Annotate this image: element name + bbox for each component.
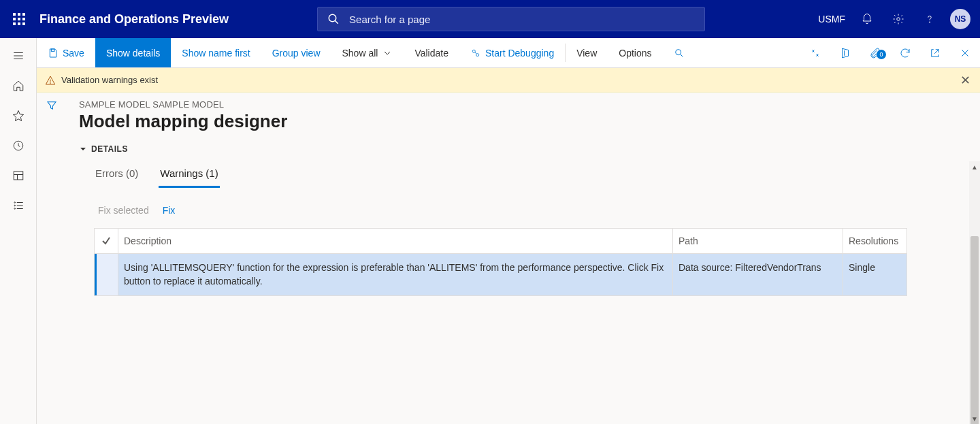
svg-rect-2 bbox=[22, 13, 25, 16]
warning-text: Validation warnings exist bbox=[61, 75, 158, 85]
workspace-icon[interactable] bbox=[2, 161, 35, 191]
tab-errors[interactable]: Errors (0) bbox=[94, 163, 140, 188]
company-code[interactable]: USMF bbox=[818, 14, 845, 25]
app-title: Finance and Operations Preview bbox=[39, 12, 229, 27]
svg-point-12 bbox=[929, 22, 930, 22]
show-all-button[interactable]: Show all bbox=[331, 38, 404, 67]
svg-rect-17 bbox=[14, 172, 23, 180]
scrollbar[interactable]: ▲ ▼ bbox=[969, 161, 980, 424]
warnings-grid: Description Path Resolutions Using 'ALLI… bbox=[94, 228, 907, 296]
details-label: DETAILS bbox=[91, 144, 128, 154]
validate-button[interactable]: Validate bbox=[404, 38, 459, 67]
svg-rect-5 bbox=[22, 18, 25, 20]
modules-icon[interactable] bbox=[2, 191, 35, 221]
caret-down-icon bbox=[79, 145, 87, 153]
attachment-count: 0 bbox=[877, 50, 886, 59]
svg-point-9 bbox=[329, 14, 336, 22]
find-icon bbox=[674, 48, 685, 59]
popout-icon[interactable] bbox=[920, 47, 950, 59]
svg-point-11 bbox=[897, 18, 900, 21]
svg-rect-3 bbox=[13, 18, 16, 20]
show-name-first-button[interactable]: Show name first bbox=[171, 38, 261, 67]
open-office-icon[interactable] bbox=[830, 47, 860, 59]
svg-line-10 bbox=[335, 20, 338, 24]
col-resolutions[interactable]: Resolutions bbox=[843, 229, 906, 253]
scroll-down-icon[interactable]: ▼ bbox=[969, 413, 980, 424]
gear-icon[interactable] bbox=[885, 5, 912, 33]
search-input[interactable]: Search for a page bbox=[317, 7, 705, 31]
scroll-thumb[interactable] bbox=[970, 236, 979, 424]
close-page-icon[interactable] bbox=[950, 47, 980, 59]
start-debugging-label: Start Debugging bbox=[485, 48, 554, 59]
svg-rect-1 bbox=[18, 13, 20, 16]
debug-icon bbox=[470, 48, 481, 59]
svg-rect-0 bbox=[13, 13, 16, 16]
help-icon[interactable] bbox=[916, 5, 943, 33]
breadcrumb: SAMPLE MODEL SAMPLE MODEL bbox=[79, 99, 968, 110]
search-icon bbox=[327, 13, 340, 25]
svg-point-29 bbox=[675, 49, 681, 54]
topbar: Finance and Operations Preview Search fo… bbox=[0, 0, 980, 38]
cell-description: Using 'ALLITEMSQUERY' function for the e… bbox=[118, 254, 672, 295]
group-view-button[interactable]: Group view bbox=[261, 38, 331, 67]
clock-icon[interactable] bbox=[2, 131, 35, 161]
svg-rect-4 bbox=[18, 18, 20, 20]
search-placeholder: Search for a page bbox=[349, 14, 430, 25]
details-section-toggle[interactable]: DETAILS bbox=[79, 144, 968, 154]
save-button[interactable]: Save bbox=[37, 38, 95, 67]
select-all-checkbox[interactable] bbox=[95, 229, 118, 253]
show-all-label: Show all bbox=[342, 48, 378, 59]
fix-button[interactable]: Fix bbox=[163, 205, 176, 216]
filter-pane-toggle[interactable] bbox=[37, 93, 67, 424]
options-button[interactable]: Options bbox=[608, 38, 662, 67]
warning-icon bbox=[45, 75, 56, 86]
svg-line-30 bbox=[681, 54, 683, 56]
action-bar: Save Show details Show name first Group … bbox=[37, 38, 980, 68]
user-avatar[interactable]: NS bbox=[950, 9, 970, 29]
attachments-icon[interactable]: 0 bbox=[860, 47, 890, 59]
svg-point-34 bbox=[50, 82, 51, 83]
view-button[interactable]: View bbox=[566, 38, 608, 67]
tab-warnings[interactable]: Warnings (1) bbox=[159, 163, 219, 188]
close-banner-icon[interactable]: ✕ bbox=[958, 74, 972, 87]
svg-rect-7 bbox=[18, 22, 20, 25]
star-icon[interactable] bbox=[2, 101, 35, 131]
svg-point-24 bbox=[14, 208, 16, 210]
show-details-button[interactable]: Show details bbox=[95, 38, 171, 67]
cell-resolutions: Single bbox=[843, 254, 906, 295]
svg-point-22 bbox=[14, 205, 16, 206]
save-icon bbox=[48, 48, 59, 59]
personalize-icon[interactable] bbox=[800, 47, 830, 59]
warning-banner: Validation warnings exist ✕ bbox=[37, 68, 980, 93]
fix-selected-button: Fix selected bbox=[98, 205, 149, 216]
svg-rect-26 bbox=[51, 49, 54, 51]
scroll-up-icon[interactable]: ▲ bbox=[969, 161, 980, 172]
start-debugging-button[interactable]: Start Debugging bbox=[459, 38, 565, 67]
bell-icon[interactable] bbox=[853, 5, 881, 33]
col-path[interactable]: Path bbox=[672, 229, 843, 253]
table-row[interactable]: Using 'ALLITEMSQUERY' function for the e… bbox=[95, 254, 906, 295]
col-description[interactable]: Description bbox=[118, 229, 672, 253]
svg-rect-6 bbox=[13, 22, 16, 25]
chevron-down-icon bbox=[382, 48, 393, 59]
left-rail bbox=[0, 38, 37, 424]
filter-icon bbox=[46, 99, 58, 112]
home-icon[interactable] bbox=[2, 71, 35, 101]
row-selector[interactable] bbox=[95, 254, 118, 295]
hamburger-icon[interactable] bbox=[2, 41, 35, 71]
refresh-icon[interactable] bbox=[890, 47, 920, 59]
svg-rect-8 bbox=[22, 22, 25, 25]
svg-point-20 bbox=[14, 202, 16, 203]
cell-path: Data source: FilteredVendorTrans bbox=[672, 254, 843, 295]
app-launcher-icon[interactable] bbox=[5, 5, 33, 33]
save-label: Save bbox=[63, 48, 84, 59]
page-title: Model mapping designer bbox=[79, 111, 968, 132]
find-button[interactable] bbox=[663, 38, 696, 67]
